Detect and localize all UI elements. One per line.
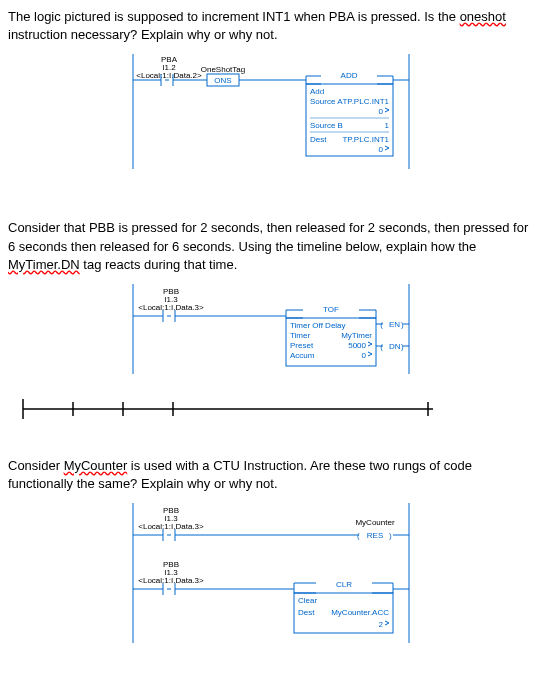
q3-rungs: PBB I1.3 <Local:1:I.Data.3> MyCounter ( … [8, 503, 534, 643]
q1-ons-name: OneShotTag [201, 65, 245, 74]
q1-text-pre: The logic pictured is supposed to increm… [8, 9, 460, 24]
add-l2c: 0 [379, 107, 384, 116]
add-l2a: Source A [310, 97, 343, 106]
tof-l1: Timer Off Delay [290, 321, 346, 330]
q1-contact-tag: <Local:1:I.Data.2> [136, 71, 202, 80]
add-l4b: TP.PLC.INT1 [342, 135, 389, 144]
tof-l3a: Preset [290, 341, 314, 350]
add-title: ADD [341, 71, 358, 80]
tof-l2a: Timer [290, 331, 310, 340]
add-l4a: Dest [310, 135, 327, 144]
add-l4c: 0 [379, 145, 384, 154]
tof-l4a: Accum [290, 351, 315, 360]
tof-en: EN [389, 320, 400, 329]
q3-text-u: MyCounter [64, 458, 128, 473]
q1-text: The logic pictured is supposed to increm… [8, 8, 534, 44]
tof-l2b: MyTimer [341, 331, 372, 340]
q2-rung: PBB I1.3 <Local:1:I.Data.3> TOF Timer Of… [8, 284, 534, 374]
timeline [18, 394, 524, 427]
q2-contact-tag: <Local:1:I.Data.3> [138, 303, 204, 312]
clr-l1: Clear [298, 596, 317, 605]
timeline-svg [18, 394, 438, 424]
tof-l3b: 5000 [348, 341, 366, 350]
clr-l2a: Dest [298, 608, 315, 617]
tof-title: TOF [323, 305, 339, 314]
clr-l2c: 2 [379, 620, 384, 629]
svg-text:(: ( [380, 320, 383, 329]
clr-l2b: MyCounter.ACC [331, 608, 389, 617]
q1-ladder: PBA I1.2 <Local:1:I.Data.2> OneShotTag O… [131, 54, 411, 169]
add-l1: Add [310, 87, 324, 96]
q1-text-u: oneshot [460, 9, 506, 24]
question-2: Consider that PBB is pressed for 2 secon… [8, 219, 534, 427]
add-l3b: 1 [385, 121, 390, 130]
question-1: The logic pictured is supposed to increm… [8, 8, 534, 169]
q1-rung: PBA I1.2 <Local:1:I.Data.2> OneShotTag O… [8, 54, 534, 169]
svg-text:): ) [389, 531, 392, 540]
res-label: RES [367, 531, 383, 540]
q3-ladder: PBB I1.3 <Local:1:I.Data.3> MyCounter ( … [131, 503, 411, 643]
res-name: MyCounter [355, 518, 394, 527]
q3-text-pre: Consider [8, 458, 64, 473]
svg-text:(: ( [380, 342, 383, 351]
question-3: Consider MyCounter is used with a CTU In… [8, 457, 534, 643]
q3-text: Consider MyCounter is used with a CTU In… [8, 457, 534, 493]
q3r1-contact-tag: <Local:1:I.Data.3> [138, 522, 204, 531]
q2-ladder: PBB I1.3 <Local:1:I.Data.3> TOF Timer Of… [131, 284, 411, 374]
q2-text-post: tag reacts during that time. [80, 257, 238, 272]
add-l2b: TP.PLC.INT1 [342, 97, 389, 106]
tof-l4b: 0 [362, 351, 367, 360]
q2-text: Consider that PBB is pressed for 2 secon… [8, 219, 534, 274]
q3r2-contact-tag: <Local:1:I.Data.3> [138, 576, 204, 585]
tof-dn: DN [389, 342, 401, 351]
q1-text-post: instruction necessary? Explain why or wh… [8, 27, 278, 42]
ons-label: ONS [214, 76, 231, 85]
clr-title: CLR [336, 580, 352, 589]
q2-text-pre: Consider that PBB is pressed for 2 secon… [8, 220, 528, 253]
add-l3a: Source B [310, 121, 343, 130]
q2-text-u: MyTimer.DN [8, 257, 80, 272]
